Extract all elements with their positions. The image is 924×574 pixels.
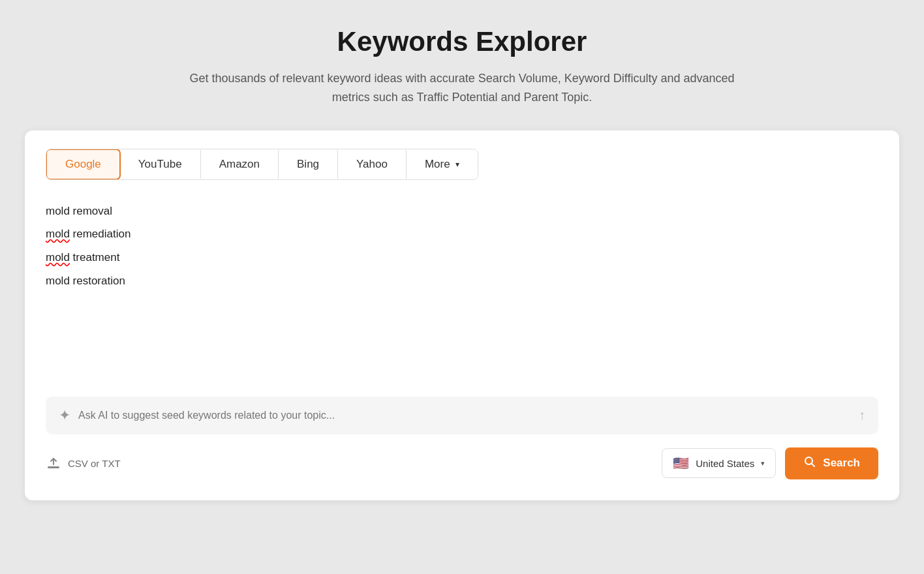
bottom-row: CSV or TXT 🇺🇸 United States ▾ Search [46, 447, 878, 479]
send-up-icon[interactable]: ↑ [859, 408, 865, 423]
flag-icon: 🇺🇸 [673, 455, 689, 471]
page-title: Keywords Explorer [337, 26, 587, 57]
keyword-item: mold remediation [46, 226, 878, 242]
csv-label: CSV or TXT [68, 458, 121, 469]
search-label: Search [823, 457, 860, 470]
tab-yahoo[interactable]: Yahoo [338, 150, 407, 179]
country-chevron-icon: ▾ [761, 459, 765, 468]
keywords-list: mold removal mold remediation mold treat… [46, 198, 878, 381]
svg-rect-0 [48, 466, 59, 468]
tab-more[interactable]: More ▾ [407, 150, 478, 179]
page-subtitle: Get thousands of relevant keyword ideas … [181, 69, 743, 107]
right-controls: 🇺🇸 United States ▾ Search [662, 447, 878, 479]
search-button[interactable]: Search [785, 447, 878, 479]
tab-google[interactable]: Google [46, 149, 121, 180]
keyword-item: mold treatment [46, 250, 878, 265]
country-selector[interactable]: 🇺🇸 United States ▾ [662, 448, 776, 478]
tabs-row: Google YouTube Amazon Bing Yahoo More ▾ [46, 149, 478, 180]
tab-youtube[interactable]: YouTube [120, 150, 201, 179]
keyword-item: mold restoration [46, 273, 878, 289]
keyword-item: mold removal [46, 204, 878, 219]
upload-icon [46, 455, 61, 471]
country-name: United States [696, 458, 754, 469]
ai-input-row: ✦ ↑ [46, 397, 878, 434]
csv-upload-button[interactable]: CSV or TXT [46, 455, 121, 471]
main-card: Google YouTube Amazon Bing Yahoo More ▾ … [25, 130, 899, 500]
page-wrapper: Keywords Explorer Get thousands of relev… [0, 0, 924, 574]
search-icon [803, 455, 816, 472]
ai-keyword-input[interactable] [78, 410, 851, 421]
tab-amazon[interactable]: Amazon [201, 150, 279, 179]
tab-bing[interactable]: Bing [279, 150, 338, 179]
chevron-down-icon: ▾ [455, 160, 459, 169]
ai-sparkle-icon: ✦ [59, 407, 70, 424]
